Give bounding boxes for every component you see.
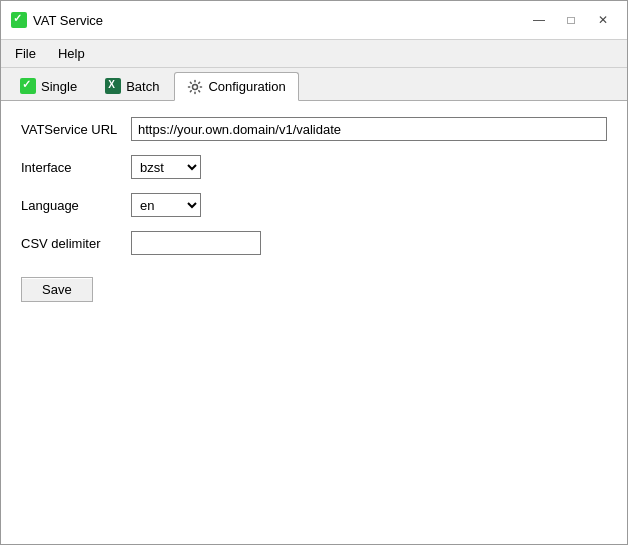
title-bar-left: VAT Service [11, 12, 103, 28]
menu-bar: File Help [1, 40, 627, 68]
svg-point-0 [193, 84, 198, 89]
tab-configuration-label: Configuration [208, 79, 285, 94]
main-window: VAT Service — □ ✕ File Help Single Batch [0, 0, 628, 545]
tab-batch-label: Batch [126, 79, 159, 94]
interface-row: Interface bzst vies hmrc [21, 155, 607, 179]
configuration-panel: VATService URL Interface bzst vies hmrc … [1, 101, 627, 544]
tab-single[interactable]: Single [7, 72, 90, 100]
minimize-button[interactable]: — [525, 9, 553, 31]
config-tab-icon [187, 79, 203, 95]
batch-tab-icon [105, 78, 121, 94]
tab-single-label: Single [41, 79, 77, 94]
menu-help[interactable]: Help [50, 43, 93, 64]
vatservice-url-input[interactable] [131, 117, 607, 141]
csv-delimiter-label: CSV delimiter [21, 236, 131, 251]
language-select[interactable]: en de fr es [131, 193, 201, 217]
language-row: Language en de fr es [21, 193, 607, 217]
tab-batch[interactable]: Batch [92, 72, 172, 100]
tab-configuration[interactable]: Configuration [174, 72, 298, 101]
tab-bar: Single Batch Configuration [1, 68, 627, 101]
vatservice-url-label: VATService URL [21, 122, 131, 137]
interface-label: Interface [21, 160, 131, 175]
window-title: VAT Service [33, 13, 103, 28]
csv-delimiter-input[interactable] [131, 231, 261, 255]
interface-select[interactable]: bzst vies hmrc [131, 155, 201, 179]
close-button[interactable]: ✕ [589, 9, 617, 31]
window-controls: — □ ✕ [525, 9, 617, 31]
vatservice-url-row: VATService URL [21, 117, 607, 141]
maximize-button[interactable]: □ [557, 9, 585, 31]
title-bar: VAT Service — □ ✕ [1, 1, 627, 40]
single-tab-icon [20, 78, 36, 94]
app-icon [11, 12, 27, 28]
language-label: Language [21, 198, 131, 213]
menu-file[interactable]: File [7, 43, 44, 64]
save-button[interactable]: Save [21, 277, 93, 302]
csv-delimiter-row: CSV delimiter [21, 231, 607, 255]
